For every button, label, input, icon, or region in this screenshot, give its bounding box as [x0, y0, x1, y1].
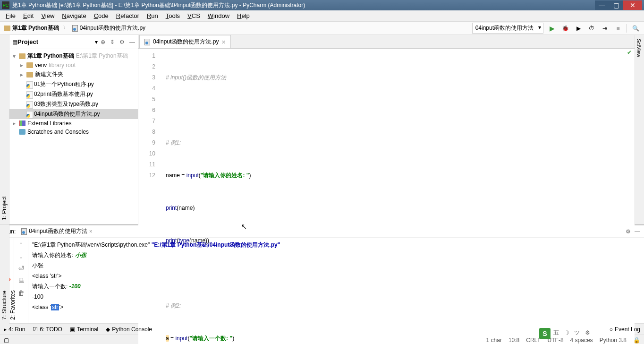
project-panel-header: ▤ Project ▾ ⊕ ⇕ ⚙ — [9, 35, 138, 49]
ime-mode[interactable]: 五 [551, 328, 561, 337]
menu-code[interactable]: Code [90, 11, 112, 20]
down-button[interactable]: ↓ [17, 252, 25, 260]
todo-tool-tab[interactable]: ☑6: TODO [33, 326, 62, 333]
folder-icon [26, 62, 33, 68]
mouse-cursor-icon: ↖ [241, 222, 247, 231]
profile-button[interactable]: ⏱ [587, 24, 596, 33]
window-title: 第1章 Python基础 [e:\第1章 Python基础] - E:\第1章 … [12, 1, 595, 9]
window-titlebar: PC 第1章 Python基础 [e:\第1章 Python基础] - E:\第… [0, 0, 644, 10]
run-config-name: 04input函数的使用方法 [475, 25, 534, 31]
locate-icon[interactable]: ⊕ [101, 39, 105, 45]
tree-label: 第1章 Python基础 [27, 52, 74, 60]
left-tool-strip: 1: Project [0, 35, 9, 224]
tree-file[interactable]: 01第一个Python程序.py [9, 79, 138, 89]
editor-panel: 04input函数的使用方法.py × 123 456 789 101112 #… [138, 35, 635, 224]
debug-button[interactable]: 🐞 [560, 24, 570, 33]
tree-folder-new[interactable]: ▸ 新建文件夹 [9, 69, 138, 79]
python-file-icon [26, 91, 32, 98]
chevron-right-icon: ▸ [4, 326, 7, 333]
collapse-icon[interactable]: ⇕ [110, 39, 115, 45]
menu-tools[interactable]: Tools [162, 11, 184, 20]
main-menubar: File Edit View Navigate Code Refactor Ru… [0, 10, 644, 22]
project-tree[interactable]: ▾ 第1章 Python基础 E:\第1章 Python基础 ▸ venv li… [9, 49, 138, 138]
expand-icon[interactable]: ▸ [19, 62, 25, 69]
menu-edit[interactable]: Edit [19, 11, 37, 20]
terminal-icon: ▣ [70, 326, 75, 333]
menu-navigate[interactable]: Navigate [58, 11, 90, 20]
maximize-button[interactable]: ▢ [609, 0, 623, 10]
tree-scratches[interactable]: Scratches and Consoles [9, 128, 138, 136]
menu-view[interactable]: View [37, 11, 58, 20]
close-icon[interactable]: × [89, 228, 93, 235]
breadcrumb-folder: 第1章 Python基础 [12, 24, 59, 32]
menu-help[interactable]: Help [233, 11, 254, 20]
ime-gear-icon[interactable]: ⚙ [583, 328, 592, 337]
tree-label: Scratches and Consoles [27, 129, 89, 135]
project-panel: ▤ Project ▾ ⊕ ⇕ ⚙ — ▾ 第1章 Python基础 E:\第1… [9, 35, 138, 224]
tree-root[interactable]: ▾ 第1章 Python基础 E:\第1章 Python基础 [9, 51, 138, 61]
run-config-dropdown[interactable]: 04input函数的使用方法 ▾ [472, 23, 543, 34]
delete-button[interactable]: 🗑 [17, 289, 25, 297]
project-view-icon: ▤ [12, 39, 17, 45]
tree-ext-libs[interactable]: ▸ External Libraries [9, 119, 138, 128]
menu-file[interactable]: File [2, 11, 19, 20]
tree-hint: E:\第1章 Python基础 [76, 52, 128, 60]
code-editor[interactable]: 123 456 789 101112 # input()函数的使用方法 # 例1… [138, 49, 635, 344]
close-icon[interactable]: × [221, 38, 225, 46]
up-button[interactable]: ↑ [17, 240, 25, 248]
code-content[interactable]: # input()函数的使用方法 # 例1: name = input("请输入… [162, 49, 635, 344]
close-button[interactable]: ✕ [623, 0, 642, 10]
app-icon: PC [2, 1, 9, 9]
python-file-icon [21, 228, 27, 235]
chevron-down-icon: ▾ [538, 24, 541, 31]
python-file-icon [144, 39, 150, 45]
tree-label: 03数据类型及type函数.py [34, 100, 98, 108]
ime-face-icon[interactable]: ツ [572, 328, 582, 337]
tree-file[interactable]: 03数据类型及type函数.py [9, 99, 138, 109]
wrap-button[interactable]: ⏎ [17, 264, 25, 273]
folder-icon [26, 72, 33, 77]
tree-venv[interactable]: ▸ venv library root [9, 61, 138, 69]
sciview-tool-tab[interactable]: SciView [635, 35, 643, 224]
favorites-tool-tab[interactable]: 2: Favorites [8, 224, 17, 324]
terminal-tool-tab[interactable]: ▣Terminal [70, 326, 98, 333]
coverage-button[interactable]: ▶̤ [574, 24, 583, 33]
inspections-ok-icon[interactable]: ✔ [627, 49, 632, 56]
project-title[interactable]: Project [17, 38, 95, 45]
tree-file[interactable]: 02print函数基本使用.py [9, 89, 138, 99]
status-icon[interactable]: ▢ [4, 337, 13, 344]
todo-icon: ☑ [33, 326, 38, 333]
print-button[interactable]: 🖶 [17, 276, 25, 285]
hide-icon[interactable]: — [129, 39, 135, 45]
window-controls: — ▢ ✕ [595, 0, 642, 10]
hide-icon[interactable]: — [635, 228, 640, 235]
expand-icon[interactable]: ▸ [11, 120, 17, 127]
menu-vcs[interactable]: VCS [184, 11, 204, 20]
project-tool-tab[interactable]: 1: Project [0, 35, 8, 224]
menu-window[interactable]: Window [204, 11, 233, 20]
ime-logo[interactable]: S [539, 328, 551, 339]
attach-button[interactable]: ⇥ [600, 24, 610, 33]
run-tab[interactable]: 04input函数的使用方法 × [19, 226, 94, 236]
chevron-down-icon[interactable]: ▾ [95, 39, 98, 45]
expand-icon[interactable]: ▾ [11, 53, 17, 60]
tree-label: 01第一个Python程序.py [34, 80, 94, 88]
tree-file-selected[interactable]: 04input函数的使用方法.py [9, 109, 138, 119]
ime-moon-icon[interactable]: ☽ [562, 328, 571, 337]
search-everywhere-button[interactable]: 🔍 [631, 24, 640, 33]
settings-icon[interactable]: ⚙ [119, 39, 125, 45]
python-file-icon [26, 111, 32, 118]
expand-icon[interactable]: ▸ [19, 71, 25, 78]
menu-run[interactable]: Run [143, 11, 162, 20]
run-button[interactable]: ▶ [547, 24, 557, 33]
editor-tab[interactable]: 04input函数的使用方法.py × [139, 35, 231, 48]
menu-refactor[interactable]: Refactor [112, 11, 143, 20]
python-console-tool-tab[interactable]: ◆Python Console [106, 326, 152, 333]
tree-label: 02print函数基本使用.py [34, 90, 93, 98]
library-icon [19, 120, 25, 126]
minimize-button[interactable]: — [595, 0, 609, 10]
breadcrumb[interactable]: 第1章 Python基础 〉 04input函数的使用方法.py [4, 24, 145, 32]
structure-tool-tab[interactable]: 7: Structure [0, 224, 8, 324]
stop-button[interactable]: ■ [613, 24, 623, 33]
run-tool-tab[interactable]: ▸4: Run [4, 326, 25, 333]
